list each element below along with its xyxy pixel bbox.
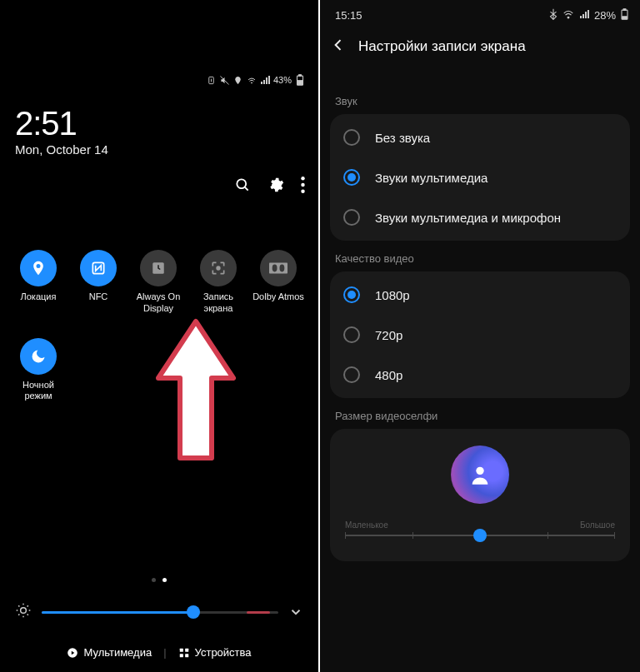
back-button[interactable] (330, 37, 347, 57)
search-icon[interactable] (234, 177, 251, 193)
battery-percent: 43% (273, 75, 292, 85)
svg-rect-21 (179, 654, 182, 657)
radio-icon (343, 366, 360, 383)
svg-point-27 (476, 467, 483, 475)
grid-icon (178, 647, 190, 659)
svg-rect-4 (299, 75, 302, 76)
wifi-icon (247, 75, 257, 85)
clock-time: 2:51 (15, 105, 108, 142)
svg-point-16 (279, 265, 284, 272)
tile-label: Локация (21, 291, 57, 303)
mute-icon (220, 75, 230, 85)
brightness-row (15, 602, 303, 622)
radio-1080p[interactable]: 1080p (337, 275, 623, 315)
radio-label: 480p (375, 368, 402, 382)
svg-point-9 (301, 183, 304, 187)
tile-always-on-display[interactable]: Always On Display (128, 250, 188, 315)
quick-settings-tiles: Локация NFC Always On Display Запись экр… (8, 250, 310, 402)
phone-quick-settings: 43% 2:51 Mon, October 14 Локация (0, 0, 320, 672)
radio-label: 720p (375, 328, 402, 342)
settings-gear-icon[interactable] (268, 177, 284, 193)
svg-rect-26 (622, 17, 628, 19)
tile-label: Dolby Atmos (252, 291, 304, 303)
wifi-icon (562, 9, 574, 22)
radio-icon (343, 169, 360, 186)
play-circle-icon (67, 647, 78, 659)
clock-square-icon (140, 250, 177, 286)
radio-480p[interactable]: 480p (337, 355, 623, 395)
radio-icon (343, 129, 360, 146)
battery-icon (295, 75, 305, 85)
section-quality-label: Качество видео (335, 252, 625, 265)
svg-point-15 (272, 265, 278, 272)
status-time: 15:15 (335, 9, 362, 22)
status-bar: 15:15 28% (335, 8, 628, 22)
power-save-icon (207, 75, 217, 85)
radio-icon (343, 286, 360, 303)
slider-min-label: Маленькое (345, 520, 388, 530)
svg-point-6 (237, 179, 246, 188)
radio-label: 1080p (375, 288, 410, 302)
battery-icon (621, 8, 628, 22)
svg-point-10 (301, 190, 304, 193)
nfc-icon (80, 250, 117, 286)
sound-options-card: Без звука Звуки мультимедиа Звуки мульти… (330, 114, 630, 241)
selfie-size-control: Маленькое Большое (345, 520, 615, 536)
radio-label: Звуки мультимедиа и микрофон (375, 211, 561, 225)
svg-rect-14 (269, 262, 288, 273)
bottom-row: Мультимедиа | Устройства (0, 646, 318, 659)
tile-screen-record[interactable]: Запись экрана (188, 250, 248, 315)
brightness-icon (15, 602, 32, 622)
page-dot[interactable] (162, 578, 167, 582)
svg-point-23 (568, 17, 569, 18)
clock-block: 2:51 Mon, October 14 (15, 105, 108, 157)
svg-rect-25 (623, 9, 626, 10)
section-selfie-label: Размер видеоселфи (335, 410, 625, 422)
media-button[interactable]: Мультимедиа (67, 646, 152, 659)
tile-label: Always On Display (129, 291, 188, 315)
tile-label: Запись экрана (189, 291, 248, 315)
bluetooth-icon (549, 8, 558, 22)
selfie-avatar-icon (451, 446, 509, 504)
dolby-icon (260, 250, 297, 286)
location-status-icon (233, 75, 243, 85)
more-icon[interactable] (301, 177, 305, 193)
brightness-slider[interactable] (42, 611, 278, 614)
radio-media-and-mic[interactable]: Звуки мультимедиа и микрофон (337, 197, 623, 237)
pin-icon (20, 250, 57, 286)
page-indicator (0, 578, 318, 582)
settings-header: Настройки записи экрана (330, 37, 630, 57)
tile-label: Ночной режим (9, 380, 68, 403)
svg-point-13 (217, 266, 220, 270)
page-title: Настройки записи экрана (358, 38, 526, 55)
radio-media-sounds[interactable]: Звуки мультимедиа (337, 157, 623, 197)
chevron-down-icon[interactable] (288, 605, 303, 620)
tile-dolby-atmos[interactable]: Dolby Atmos (248, 250, 308, 315)
status-bar: 43% (207, 75, 305, 85)
svg-rect-19 (179, 648, 182, 651)
svg-rect-20 (185, 648, 188, 651)
svg-line-7 (245, 187, 248, 191)
tile-location[interactable]: Локация (8, 250, 68, 315)
tile-label: NFC (89, 291, 108, 303)
page-dot[interactable] (152, 578, 156, 582)
svg-rect-22 (185, 654, 188, 657)
signal-icon (579, 9, 589, 22)
tile-night-mode[interactable]: Ночной режим (8, 338, 68, 403)
tile-nfc[interactable]: NFC (68, 250, 128, 315)
selfie-size-slider[interactable] (345, 535, 615, 536)
radio-720p[interactable]: 720p (337, 315, 623, 355)
moon-icon (20, 338, 57, 375)
svg-rect-5 (298, 81, 302, 85)
svg-point-2 (251, 82, 252, 83)
quality-options-card: 1080p 720p 480p (330, 271, 630, 398)
svg-point-8 (301, 177, 304, 180)
slider-max-label: Большое (580, 520, 615, 530)
battery-percent: 28% (594, 9, 616, 22)
devices-button[interactable]: Устройства (178, 646, 252, 659)
radio-icon (343, 209, 360, 226)
radio-no-sound[interactable]: Без звука (337, 117, 623, 157)
separator: | (163, 646, 166, 659)
section-sound-label: Звук (335, 95, 625, 107)
quick-settings-actions (234, 177, 305, 193)
